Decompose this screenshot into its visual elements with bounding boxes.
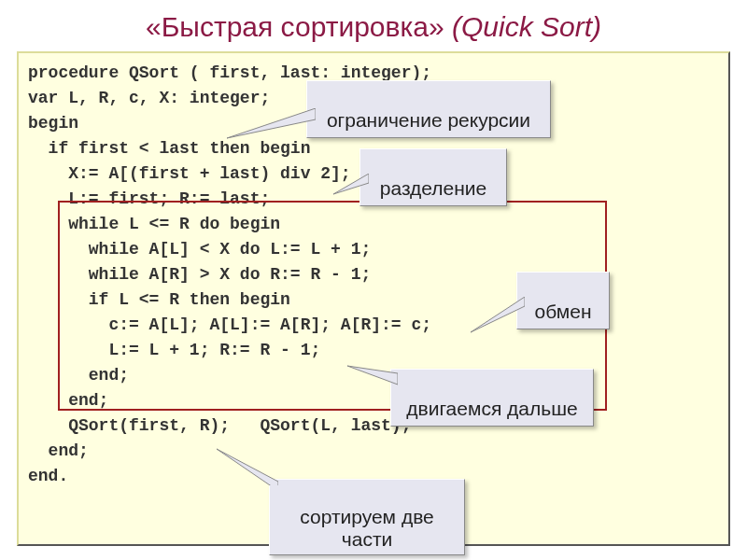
code-line: end; [28,366,129,385]
callout-recursion-limit: ограничение рекурсии [306,80,551,138]
code-line: begin [28,114,78,133]
code-line: if L <= R then begin [28,290,290,309]
code-line: if first < last then begin [28,139,310,158]
code-line: QSort(first, R); QSort(L, last); [28,416,411,435]
code-line: L:= first; R:= last; [28,189,270,208]
code-line: procedure QSort ( first, last: integer); [28,63,431,82]
title-prefix: «Быстрая сортировка» [146,11,444,42]
code-line: end. [28,467,68,485]
code-line: var L, R, c, X: integer; [28,89,270,107]
callout-label: ограничение рекурсии [327,109,530,131]
callout-label: разделение [380,177,486,199]
callout-recurse-parts: сортируем две части [269,479,465,555]
callout-swap: обмен [516,272,610,329]
callout-move-on: двигаемся дальше [390,369,594,427]
code-line: L:= L + 1; R:= R - 1; [28,341,320,359]
code-line: X:= A[(first + last) div 2]; [28,164,351,183]
callout-label: сортируем две части [300,506,434,550]
title-suffix: (Quick Sort) [452,11,601,42]
slide-title: «Быстрая сортировка» (Quick Sort) [0,0,747,50]
code-line: end; [28,441,89,460]
callout-label: обмен [535,301,592,322]
code-line: while A[L] < X do L:= L + 1; [28,240,371,259]
code-line: while A[R] > X do R:= R - 1; [28,265,371,284]
code-line: while L <= R do begin [28,215,280,233]
callout-partition: разделение [359,148,507,206]
callout-label: двигаемся дальше [406,398,578,419]
code-line: end; [28,391,108,410]
code-line: c:= A[L]; A[L]:= A[R]; A[R]:= c; [28,315,431,334]
